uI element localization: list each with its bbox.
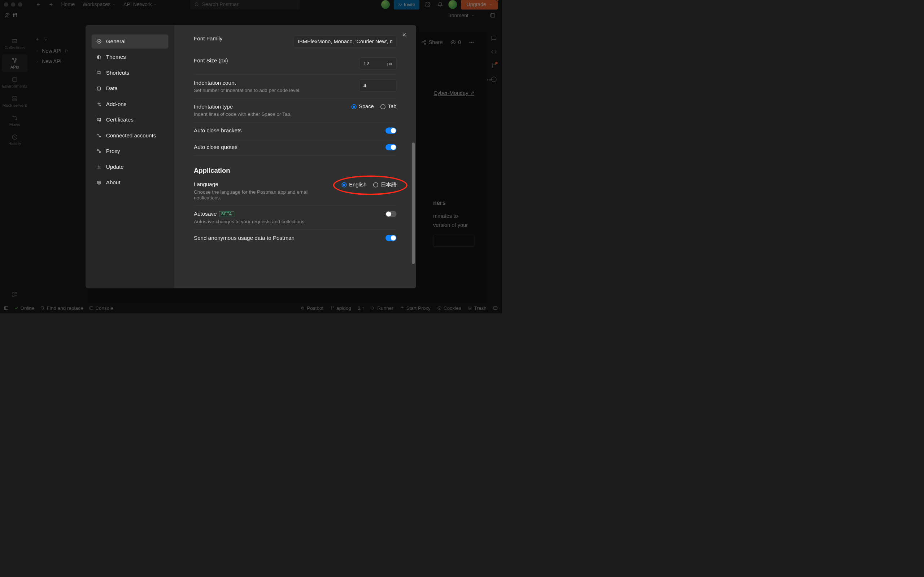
close-icon (402, 32, 407, 37)
indent-type-radio-group: Space Tab (352, 103, 397, 110)
settings-nav-update[interactable]: Update (92, 160, 168, 174)
language-radio-group: English 日本語 (342, 181, 397, 189)
font-size-label: Font Size (px) (194, 58, 352, 64)
indent-type-tab[interactable]: Tab (380, 103, 396, 110)
settings-modal: General Themes Shortcuts Data Add-ons (86, 25, 416, 288)
settings-nav-shortcuts-label: Shortcuts (106, 69, 129, 76)
keyboard-icon (96, 70, 102, 76)
link-icon (96, 133, 102, 138)
certificate-icon (96, 117, 102, 122)
language-english-label: English (349, 182, 366, 188)
settings-nav-data-label: Data (106, 85, 118, 92)
language-japanese-label: 日本語 (381, 181, 397, 189)
application-header: Application (194, 167, 396, 174)
indent-type-desc: Indent lines of code with either Space o… (194, 111, 344, 117)
settings-nav-data[interactable]: Data (92, 82, 168, 95)
auto-close-brackets-toggle[interactable] (386, 127, 396, 134)
indent-count-desc: Set number of indentations to add per co… (194, 88, 352, 93)
language-japanese[interactable]: 日本語 (373, 181, 397, 189)
indent-count-label: Indentation count (194, 80, 352, 86)
settings-nav-certificates[interactable]: Certificates (92, 113, 168, 127)
settings-nav-about-label: About (106, 179, 121, 185)
indent-type-label: Indentation type (194, 103, 344, 110)
svg-rect-89 (97, 150, 99, 151)
settings-nav-certificates-label: Certificates (106, 117, 134, 123)
settings-nav-general[interactable]: General (92, 35, 168, 49)
modal-close-button[interactable] (400, 31, 408, 39)
settings-nav-addons-label: Add-ons (106, 101, 127, 107)
indent-type-space-label: Space (359, 103, 374, 110)
font-size-unit: px (387, 61, 393, 66)
anon-data-toggle[interactable] (386, 235, 396, 241)
modal-overlay: General Themes Shortcuts Data Add-ons (0, 0, 502, 313)
indent-count-input[interactable]: 4 (359, 80, 396, 92)
language-english[interactable]: English (342, 182, 367, 188)
themes-icon (96, 55, 102, 60)
settings-nav-general-label: General (106, 38, 126, 44)
auto-close-brackets-label: Auto close brackets (194, 127, 378, 134)
font-family-input[interactable] (294, 36, 397, 48)
settings-nav-about[interactable]: About (92, 176, 168, 190)
language-label: Language (194, 181, 334, 187)
auto-close-quotes-toggle[interactable] (386, 144, 396, 150)
autosave-desc: Autosave changes to your requests and co… (194, 219, 378, 225)
settings-nav-themes-label: Themes (106, 54, 126, 60)
proxy-icon (96, 148, 102, 154)
sparkle-icon (96, 102, 102, 107)
beta-badge: BETA (219, 211, 234, 217)
scrollbar-thumb[interactable] (412, 142, 415, 264)
radio-unchecked-icon (380, 104, 386, 109)
svg-point-81 (97, 87, 101, 88)
radio-unchecked-icon (373, 182, 378, 187)
settings-nav-proxy-label: Proxy (106, 148, 120, 154)
indent-type-tab-label: Tab (388, 103, 397, 110)
font-size-input[interactable]: 12 px (359, 58, 396, 69)
radio-checked-icon (352, 104, 357, 109)
settings-content: Font Family Font Size (px) 12 px Indenta… (174, 25, 416, 288)
settings-nav-themes[interactable]: Themes (92, 50, 168, 64)
radio-checked-icon (342, 182, 347, 187)
globe-icon (96, 180, 102, 185)
settings-nav-connected-label: Connected accounts (106, 132, 156, 139)
font-size-value: 12 (363, 61, 369, 67)
font-family-label: Font Family (194, 36, 286, 42)
gear-icon (96, 39, 102, 44)
settings-nav-update-label: Update (106, 164, 124, 170)
svg-line-88 (99, 135, 100, 136)
settings-nav-addons[interactable]: Add-ons (92, 97, 168, 111)
language-desc: Choose the language for the Postman app … (194, 189, 334, 200)
svg-point-74 (99, 41, 100, 42)
settings-nav-proxy[interactable]: Proxy (92, 144, 168, 158)
settings-nav-connected[interactable]: Connected accounts (92, 128, 168, 142)
data-icon (96, 86, 102, 91)
anon-data-label: Send anonymous usage data to Postman (194, 235, 378, 241)
settings-nav-shortcuts[interactable]: Shortcuts (92, 66, 168, 80)
settings-nav: General Themes Shortcuts Data Add-ons (86, 25, 174, 288)
auto-close-quotes-label: Auto close quotes (194, 144, 378, 150)
indent-count-value: 4 (363, 82, 366, 89)
autosave-label: Autosave BETA (194, 211, 378, 217)
download-icon (96, 164, 102, 169)
autosave-toggle[interactable] (386, 211, 396, 217)
svg-rect-76 (97, 72, 101, 74)
indent-type-space[interactable]: Space (352, 103, 374, 110)
svg-rect-90 (99, 152, 101, 153)
